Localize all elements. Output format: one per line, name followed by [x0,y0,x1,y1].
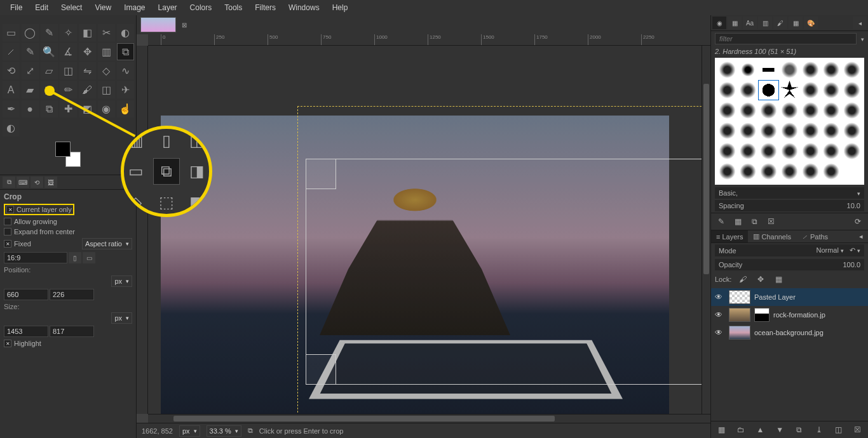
brush-swatch[interactable] [780,121,799,140]
opacity-value[interactable]: 100.0 [843,261,860,269]
brush-swatch[interactable] [738,101,758,120]
btn-edit-brush-icon[interactable]: ✎ [715,216,728,227]
tool-rotate[interactable]: ⟲ [3,62,20,79]
image-tab-thumbnail[interactable] [140,17,176,32]
layer-name[interactable]: rock-formation.jp [773,311,825,319]
check-allow-growing[interactable] [4,218,11,225]
brush-swatch[interactable] [738,121,758,140]
brush-swatch[interactable] [822,142,841,161]
tab-patterns-icon[interactable]: ▦ [728,17,742,29]
tool-bucket[interactable]: ▰ [22,81,39,98]
brush-swatch[interactable] [738,142,758,161]
brush-swatch[interactable] [780,101,799,120]
image-tab-close-icon[interactable]: ⊠ [180,20,189,29]
menu-edit[interactable]: Edit [30,2,53,13]
brush-swatch[interactable] [801,101,820,120]
menu-file[interactable]: File [5,2,27,13]
tool-paintbrush[interactable]: 🖌 [79,81,96,98]
dropdown-size-unit[interactable]: px [111,312,132,324]
btn-new-layer-icon[interactable]: ▦ [715,424,728,435]
layer-name[interactable]: ocean-background.jpg [754,329,824,336]
tool-smudge[interactable]: ☝ [117,100,134,117]
tool-by-color[interactable]: ◧ [79,24,96,41]
brush-swatch[interactable] [822,121,841,140]
tool-align[interactable]: ▥ [98,43,115,60]
menu-tools[interactable]: Tools [219,2,247,13]
crop-rectangle[interactable] [306,159,702,385]
tool-shear[interactable]: ▱ [41,62,58,79]
tool-measure[interactable]: ∡ [60,43,77,60]
tab-tool-options[interactable]: ⧉ [3,176,15,188]
brush-swatch[interactable] [780,60,799,79]
layer-item[interactable]: 👁 Pasted Layer [711,288,868,306]
tab-gradients-icon[interactable]: ▥ [758,17,772,29]
lock-alpha-icon[interactable]: ▦ [772,274,785,285]
brush-category-dropdown-icon[interactable] [855,189,860,197]
tool-ink[interactable]: ✒ [3,100,20,117]
layer-visibility-icon[interactable]: 👁 [715,328,725,337]
brush-swatch[interactable] [717,81,737,100]
check-fixed[interactable]: ✕ [4,240,11,248]
tool-paths[interactable]: ⟋ [3,43,20,60]
crop-handle-tl[interactable] [306,159,336,189]
tab-channels[interactable]: ▥ Channels [748,230,796,242]
brush-swatch[interactable] [822,162,841,181]
input-position-x[interactable] [4,289,48,300]
brush-swatch[interactable] [780,142,799,161]
tool-cage[interactable]: ◇ [98,62,115,79]
dropdown-position-unit[interactable]: px [111,275,132,287]
brush-swatch[interactable] [759,121,778,140]
tool-blur[interactable]: ◉ [98,100,115,117]
brush-swatch[interactable] [801,81,820,100]
brush-swatch[interactable] [822,101,841,120]
tab-tool-presets-icon[interactable]: 🎨 [804,17,818,29]
btn-portrait-icon[interactable]: ▯ [69,252,81,263]
menu-image[interactable]: Image [119,2,150,13]
tool-ellipse-select[interactable]: ◯ [22,24,39,41]
brush-swatch[interactable] [801,142,820,161]
tab-palettes-icon[interactable]: ▦ [789,17,803,29]
crop-handle-bl[interactable] [306,354,336,385]
menu-colors[interactable]: Colors [185,2,217,13]
brush-swatch[interactable] [842,142,862,161]
tool-perspective[interactable]: ◫ [60,62,77,79]
tool-scale[interactable]: ⤢ [22,62,39,79]
brush-swatch[interactable] [717,121,737,140]
input-size-w[interactable] [4,326,48,337]
tab-paint-icon[interactable]: 🖌 [773,17,787,29]
check-expand-from-center[interactable] [4,228,11,236]
btn-duplicate-layer-icon[interactable]: ⧉ [793,424,806,435]
layer-visibility-icon[interactable]: 👁 [715,293,725,302]
menu-filters[interactable]: Filters [250,2,281,13]
brush-swatch[interactable] [759,142,778,161]
btn-mask-icon[interactable]: ◫ [832,424,844,435]
foreground-background-swatch[interactable] [55,142,81,167]
menu-select[interactable]: Select [56,2,87,13]
tool-airbrush[interactable]: ✈ [117,81,134,98]
brush-filter-input[interactable] [715,33,857,44]
btn-new-brush-icon[interactable]: ▦ [731,216,744,227]
brush-swatch[interactable] [842,121,862,140]
btn-new-group-icon[interactable]: 🗀 [735,424,747,435]
tab-brushes-icon[interactable]: ◉ [712,17,726,29]
tab-menu-icon[interactable]: ◂ [853,17,867,29]
btn-refresh-brush-icon[interactable]: ⟳ [851,216,864,227]
tab-undo-history[interactable]: ⟲ [31,176,43,188]
lock-pixels-icon[interactable]: 🖌 [736,274,749,285]
btn-raise-layer-icon[interactable]: ▲ [754,424,766,435]
menu-help[interactable]: Help [327,2,353,13]
tab-fonts-icon[interactable]: Aa [743,17,757,29]
dropdown-fixed-mode[interactable]: Aspect ratio [82,238,132,249]
input-aspect-ratio[interactable] [4,252,67,263]
tab-images[interactable]: 🖼 [44,176,57,188]
brush-swatch[interactable] [842,60,862,79]
tool-flip[interactable]: ⇋ [79,62,96,79]
menu-windows[interactable]: Windows [283,2,325,13]
scrollbar-vertical[interactable] [702,46,710,414]
tool-fuzzy-select[interactable]: ✧ [60,24,77,41]
brush-swatch[interactable] [842,81,862,100]
status-unit-dropdown[interactable]: px [179,425,200,437]
layer-visibility-icon[interactable]: 👁 [715,310,725,319]
mode-dropdown[interactable]: Normal [816,246,843,254]
tool-mypaint[interactable]: ● [22,100,39,117]
